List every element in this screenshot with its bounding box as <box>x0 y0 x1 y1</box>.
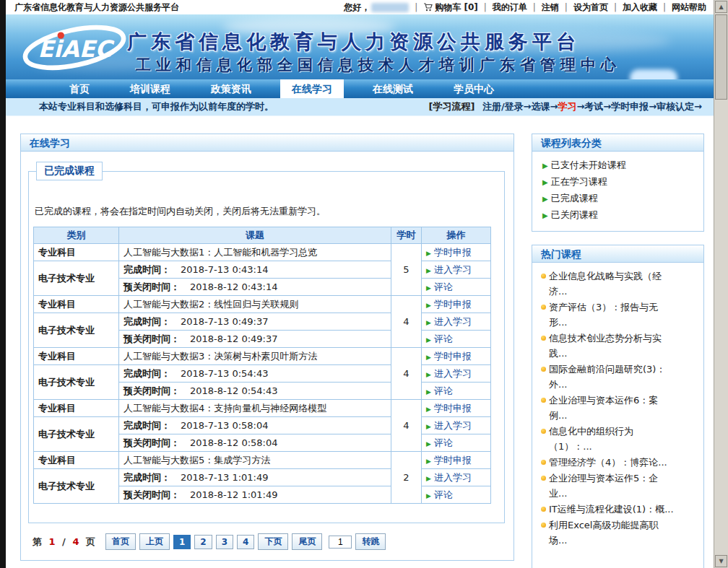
orange-bullet-icon <box>541 274 546 279</box>
green-arrow-icon: ▶ <box>426 458 431 465</box>
enter-study-link[interactable]: 进入学习 <box>434 420 472 431</box>
page-info-separator: / <box>62 536 66 547</box>
comment-link[interactable]: 评论 <box>434 333 453 344</box>
hot-course-item[interactable]: 利用Excel高级功能提高职场... <box>541 517 676 548</box>
enter-study-link[interactable]: 进入学习 <box>434 472 472 483</box>
apply-hours-link[interactable]: 学时申报 <box>434 299 472 310</box>
hot-course-link[interactable]: IT运维与流程化建设(1)：概... <box>549 504 674 515</box>
completed-time-value: 2018-7-13 0:43:14 <box>181 264 269 275</box>
hot-course-item[interactable]: 资产评估（3）：报告与无形... <box>541 300 676 330</box>
hot-course-item[interactable]: 企业信息化战略与实践（经济... <box>541 268 676 299</box>
hot-course-item[interactable]: IT运维与流程化建设(1)：概... <box>541 502 676 517</box>
page-info-suffix: 页 <box>86 536 96 547</box>
hot-course-link[interactable]: 信息技术创业态势分析与实践... <box>549 333 662 359</box>
preclose-time-value: 2018-8-12 0:54:43 <box>190 385 278 396</box>
vertical-scrollbar[interactable]: ▲ ▼ <box>714 0 728 568</box>
topbar-link[interactable]: 加入收藏 <box>608 2 657 12</box>
category-link[interactable]: 已支付未开始课程 <box>551 160 626 170</box>
green-arrow-icon: ▶ <box>542 178 548 186</box>
apply-hours-link[interactable]: 学时申报 <box>434 351 472 362</box>
next-page-button[interactable]: 下页 <box>258 533 288 550</box>
green-arrow-icon: ▶ <box>426 319 431 326</box>
nav-tab[interactable]: 学员中心 <box>442 79 506 98</box>
course-title-link[interactable]: 人工智能与大数据1：人工智能和机器学习总览 <box>124 247 317 258</box>
hot-course-item[interactable]: 信息技术创业态势分析与实践... <box>541 331 676 361</box>
table-header-cell: 学时 <box>391 227 422 244</box>
topbar-link[interactable]: 我的订单 <box>478 2 527 12</box>
green-arrow-icon: ▶ <box>542 195 548 203</box>
sidebar-category-item[interactable]: ▶已支付未开始课程 <box>542 157 703 174</box>
sidebar-category-item[interactable]: ▶已完成课程 <box>542 191 703 207</box>
hot-course-item[interactable]: 企业治理与资本运作5：企业... <box>541 471 676 501</box>
hot-course-item[interactable]: 国际金融前沿问题研究(3)：外... <box>541 362 676 392</box>
topbar-link[interactable]: 设为首页 <box>559 2 608 12</box>
course-title-link[interactable]: 人工智能与大数据4：支持向量机与神经网络模型 <box>124 403 326 414</box>
nav-tab[interactable]: 在线学习 <box>280 79 344 98</box>
orange-bullet-icon <box>541 367 546 372</box>
page-number-button[interactable]: 3 <box>216 535 233 549</box>
comment-link[interactable]: 评论 <box>434 489 453 500</box>
table-header-cell: 操作 <box>422 227 491 244</box>
nav-tab[interactable]: 在线测试 <box>361 79 425 98</box>
hot-course-link[interactable]: 企业信息化战略与实践（经济... <box>549 271 662 297</box>
last-page-button[interactable]: 尾页 <box>292 533 322 550</box>
hot-course-link[interactable]: 企业治理与资本运作6：案例... <box>549 395 658 421</box>
hot-course-link[interactable]: 信息化中的组织行为（1）：... <box>549 426 633 452</box>
nav-tab[interactable]: 首页 <box>58 79 101 98</box>
sidebar-category-item[interactable]: ▶正在学习课程 <box>542 174 703 191</box>
preclose-time-label: 预关闭时间： <box>124 385 180 396</box>
jump-page-input[interactable] <box>329 536 352 549</box>
page-number-button[interactable]: 4 <box>237 535 254 549</box>
category-link[interactable]: 已关闭课程 <box>551 209 598 220</box>
course-title-link[interactable]: 人工智能与大数据2：线性回归与关联规则 <box>124 299 298 310</box>
cart-link[interactable]: 购物车 [0] <box>409 1 478 14</box>
apply-hours-link[interactable]: 学时申报 <box>434 455 472 466</box>
scroll-up-button[interactable]: ▲ <box>715 1 727 13</box>
apply-hours-link[interactable]: 学时申报 <box>434 403 472 414</box>
preclose-time-label: 预关闭时间： <box>124 333 180 344</box>
comment-link[interactable]: 评论 <box>434 385 453 396</box>
scrollbar-thumb[interactable] <box>715 14 727 100</box>
nav-tab[interactable]: 政策资讯 <box>199 79 263 98</box>
enter-study-link[interactable]: 进入学习 <box>434 368 472 379</box>
enter-study-link[interactable]: 进入学习 <box>434 316 472 327</box>
topbar-link[interactable]: 网站帮助 <box>657 2 706 12</box>
first-page-button[interactable]: 首页 <box>105 533 136 550</box>
category-link[interactable]: 正在学习课程 <box>551 176 607 187</box>
notice-bar: 本站专业科目和选修科目，可申报作为以前年度的学时。 [学习流程] 注册/登录→选… <box>6 98 714 116</box>
cart-icon <box>423 3 433 12</box>
ceiaec-logo: EiAEC <box>20 19 129 78</box>
sidebar-category-item[interactable]: ▶已关闭课程 <box>542 207 703 224</box>
category-link[interactable]: 已完成课程 <box>551 193 598 204</box>
enter-study-link[interactable]: 进入学习 <box>434 264 472 275</box>
hot-course-link[interactable]: 利用Excel高级功能提高职场... <box>549 520 658 546</box>
preclose-time-label: 预关闭时间： <box>124 281 180 292</box>
hot-course-link[interactable]: 管理经济学（4）：博弈论... <box>549 457 667 468</box>
hot-course-item[interactable]: 信息化中的组织行为（1）：... <box>541 424 676 454</box>
hot-course-item[interactable]: 管理经济学（4）：博弈论... <box>541 455 676 470</box>
current-page-number: 1 <box>49 536 56 547</box>
prev-page-button[interactable]: 上页 <box>139 533 170 550</box>
cart-label[interactable]: 购物车 [0] <box>435 1 478 14</box>
page-number-button[interactable]: 1 <box>173 535 191 549</box>
scroll-down-button[interactable]: ▼ <box>715 555 727 567</box>
hot-course-link[interactable]: 资产评估（3）：报告与无形... <box>549 302 658 328</box>
hot-course-link[interactable]: 国际金融前沿问题研究(3)：外... <box>549 364 665 390</box>
hot-course-item[interactable]: 企业治理与资本运作6：案例... <box>541 393 676 423</box>
comment-link[interactable]: 评论 <box>434 281 453 292</box>
jump-button[interactable]: 转跳 <box>355 533 386 550</box>
comment-link[interactable]: 评论 <box>434 437 453 448</box>
completed-time-value: 2018-7-13 0:58:04 <box>181 420 269 431</box>
hot-course-link[interactable]: 企业治理与资本运作5：企业... <box>549 473 658 499</box>
site-banner: EiAEC 广东省信息化教育与人力资源公共服务平台 工业和信息化部全国信息技术人… <box>6 14 714 79</box>
flow-steps-before: 注册/登录→选课→ <box>482 101 558 112</box>
page-number-button[interactable]: 2 <box>194 535 212 549</box>
apply-hours-link[interactable]: 学时申报 <box>434 247 472 258</box>
nav-tab[interactable]: 培训课程 <box>118 79 182 98</box>
green-arrow-icon: ▶ <box>426 388 431 396</box>
topbar-link[interactable]: 注销 <box>527 2 559 12</box>
green-arrow-icon: ▶ <box>426 371 431 378</box>
hot-course-list: 企业信息化战略与实践（经济... 资产评估（3）：报告与无形... 信息技术创业… <box>532 263 703 568</box>
course-title-link[interactable]: 人工智能与大数据5：集成学习方法 <box>124 455 270 466</box>
course-title-link[interactable]: 人工智能与大数据3：决策树与朴素贝叶斯方法 <box>124 351 317 362</box>
